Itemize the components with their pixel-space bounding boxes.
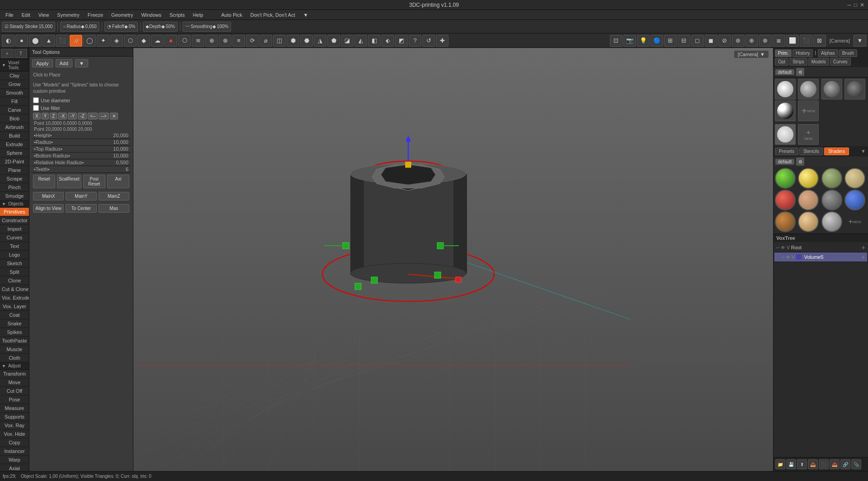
sidebar-item-cloth[interactable]: Cloth: [0, 354, 29, 362]
vt-tool-2[interactable]: 💾: [786, 459, 796, 469]
steady-stroke-checkbox[interactable]: ☑: [5, 24, 9, 29]
menu-geometry[interactable]: Geometry: [108, 11, 137, 19]
tool-icon-18[interactable]: ≡: [232, 35, 245, 47]
reset-btn[interactable]: Reset: [33, 175, 55, 188]
falloff-value[interactable]: 0%: [129, 24, 135, 29]
vp-ctrl-15[interactable]: ⬛: [800, 35, 812, 47]
tool-icon-32[interactable]: ↺: [422, 35, 435, 47]
vp-ctrl-9[interactable]: ⊘: [718, 35, 731, 47]
tool-icon-12[interactable]: ☁: [151, 35, 164, 47]
tab-alphas[interactable]: Alphas: [818, 49, 838, 57]
vt-eye-icon[interactable]: 👁: [781, 245, 785, 250]
shader-olive[interactable]: [821, 168, 842, 189]
sidebar-item-coat[interactable]: Coat: [0, 311, 29, 319]
menu-edit[interactable]: Edit: [18, 11, 34, 19]
tool-icon-16[interactable]: ⊕: [205, 35, 218, 47]
section-voxel[interactable]: ▼ Voxel Tools: [0, 59, 29, 71]
tool-icon-31[interactable]: ?: [409, 35, 421, 47]
vt-v-vol[interactable]: V: [792, 255, 795, 260]
scalreset-btn[interactable]: ScalReset: [57, 175, 81, 188]
sidebar-item-cutclone[interactable]: Cut & Clone: [0, 285, 29, 294]
sidebar-item-instancer[interactable]: Instancer: [0, 447, 29, 456]
apply-button[interactable]: Apply: [32, 59, 53, 67]
vp-ctrl-12[interactable]: ⊗: [759, 35, 772, 47]
vp-ctrl-10[interactable]: ⊛: [732, 35, 745, 47]
viewport[interactable]: [Camera] ▼: [133, 48, 773, 471]
vt-eye-vol[interactable]: 👁: [786, 255, 790, 260]
to-center-btn[interactable]: To Center: [66, 204, 96, 213]
shader-skin[interactable]: [798, 190, 819, 210]
smoothing-value[interactable]: 100%: [217, 24, 229, 29]
vt-arrow-vol[interactable]: ─: [781, 255, 784, 260]
minimize-btn[interactable]: ─: [847, 2, 851, 8]
shader-green[interactable]: [775, 168, 796, 189]
menu-symmetry[interactable]: Symmetry: [53, 11, 83, 19]
voxtree-root-add[interactable]: +: [862, 244, 865, 251]
mainz-btn[interactable]: MainZ: [99, 192, 129, 200]
sidebar-item-muscle[interactable]: Muscle: [0, 345, 29, 354]
tool-icon-30[interactable]: ◩: [395, 35, 408, 47]
vp-ctrl-16[interactable]: ⊠: [813, 35, 826, 47]
toolbar-falloff[interactable]: ◔ Falloff◆ 0%: [104, 22, 138, 32]
depth-value[interactable]: 50%: [166, 24, 175, 29]
sidebar-item-split[interactable]: Split: [0, 268, 29, 276]
close-btn[interactable]: ✕: [860, 2, 864, 8]
vp-ctrl-6[interactable]: ⊟: [678, 35, 690, 47]
mainy-btn[interactable]: MainY: [66, 192, 96, 200]
sidebar-item-spikes[interactable]: Spikes: [0, 328, 29, 337]
tab-brush[interactable]: Brush: [839, 49, 857, 57]
vt-tool-6[interactable]: 📤: [830, 459, 840, 469]
tab-presets[interactable]: Presets: [775, 148, 798, 155]
sidebar-tool-icon2[interactable]: T: [14, 49, 27, 58]
sidebar-item-move[interactable]: Move: [0, 378, 29, 387]
menu-dontpick[interactable]: Don't Pick, Don't Act: [247, 11, 299, 19]
sidebar-item-pinch[interactable]: Pinch: [0, 183, 29, 192]
tool-icon-23[interactable]: ⬣: [300, 35, 313, 47]
sidebar-item-primitives[interactable]: Primitives: [0, 208, 29, 216]
shader-silver[interactable]: [821, 211, 842, 232]
shader-peach[interactable]: [798, 211, 819, 232]
vp-ctrl-11[interactable]: ⊕: [745, 35, 758, 47]
vp-ctrl-13[interactable]: ≣: [773, 35, 785, 47]
shader-tan[interactable]: [844, 168, 865, 189]
menu-view[interactable]: View: [35, 11, 53, 19]
vp-ctrl-4[interactable]: 🔵: [651, 35, 663, 47]
sidebar-item-sphere[interactable]: Sphere: [0, 149, 29, 157]
sidebar-item-smooth[interactable]: Smooth: [0, 89, 29, 97]
vt-tool-1[interactable]: 📁: [775, 459, 785, 469]
vp-ctrl-dropdown[interactable]: ▼: [854, 35, 866, 47]
tab-strips[interactable]: Strips: [789, 58, 807, 66]
add-dropdown[interactable]: ▼: [75, 59, 88, 67]
tool-icon-1[interactable]: ◐: [2, 35, 14, 47]
sidebar-item-2dpaint[interactable]: 2D-Paint: [0, 157, 29, 166]
sidebar-item-smudge[interactable]: Smudge: [0, 192, 29, 200]
sidebar-item-clone[interactable]: Clone: [0, 276, 29, 285]
add-button[interactable]: Add: [56, 59, 73, 67]
tool-icon-14[interactable]: ⎔: [178, 35, 191, 47]
tool-icon-9[interactable]: ◈: [110, 35, 123, 47]
sidebar-item-voxextrude[interactable]: Vox. Extrude: [0, 294, 29, 302]
use-diameter-checkbox[interactable]: [33, 97, 39, 103]
sidebar-item-scrape[interactable]: Scrape: [0, 175, 29, 183]
tool-icon-27[interactable]: ◭: [354, 35, 367, 47]
tool-icon-29[interactable]: ⬖: [382, 35, 394, 47]
tab-stencils[interactable]: Stencils: [799, 148, 823, 155]
toolbar-smoothing[interactable]: 〰 Smoothing◆ 100%: [183, 22, 231, 32]
sidebar-item-grow[interactable]: Grow: [0, 80, 29, 89]
alpha-item-6[interactable]: [775, 124, 796, 145]
alpha-new-btn[interactable]: + NEW: [798, 124, 819, 145]
sidebar-item-logo[interactable]: Logo: [0, 251, 29, 259]
tool-icon-3[interactable]: ⬤: [29, 35, 42, 47]
tool-icon-add[interactable]: ✚: [436, 35, 448, 47]
vt-tool-8[interactable]: 📎: [851, 459, 861, 469]
sidebar-item-curves[interactable]: Curves: [0, 233, 29, 242]
coord-z[interactable]: Z: [50, 113, 57, 119]
coord-prev[interactable]: <--: [88, 113, 98, 119]
vt-tool-3[interactable]: ⬆: [797, 459, 807, 469]
sidebar-item-text[interactable]: Text: [0, 242, 29, 251]
steady-stroke-value[interactable]: 15,000: [39, 24, 53, 29]
posireset-btn[interactable]: Posi Reset: [83, 175, 105, 188]
shader-gray[interactable]: [821, 190, 842, 210]
tool-icon-17[interactable]: ⊗: [219, 35, 231, 47]
toolbar-depth[interactable]: ◆Depth◆ 50%: [143, 22, 178, 32]
